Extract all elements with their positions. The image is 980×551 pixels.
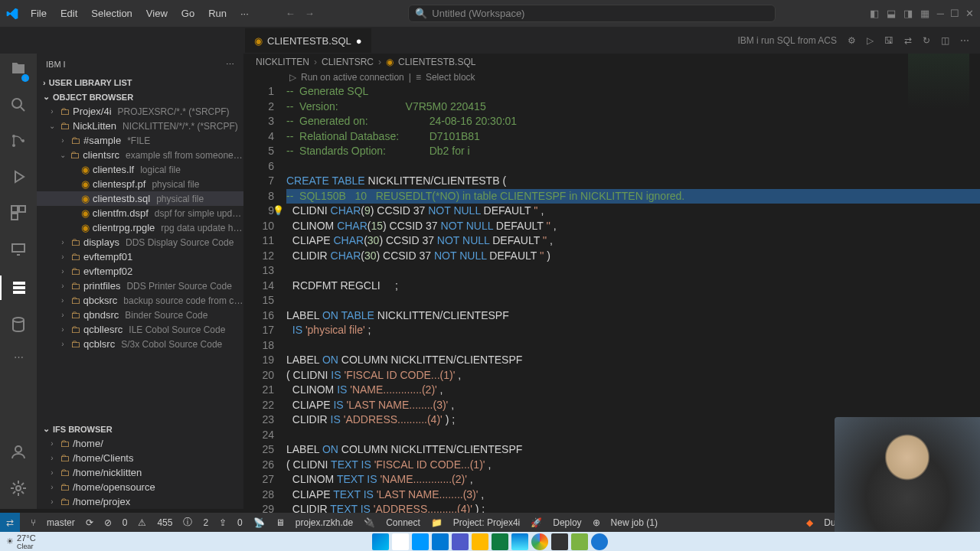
tree-item[interactable]: ›🗀printfilesDDS Printer Source Code [37,279,243,293]
more-icon[interactable]: ⋯ [960,35,969,46]
code-content[interactable]: -- Generated on: 24-08-16 20:30:01 [286,114,980,129]
newjob-label[interactable]: New job (1) [611,517,658,528]
code-line[interactable]: 4-- Relational Database: D7101B81 [243,129,980,145]
layout-sidebar-left-icon[interactable]: ◧ [870,8,879,19]
code-line[interactable]: 17 IS 'physical file' ; [243,323,980,338]
code-line[interactable]: 13 [243,263,980,279]
tree-item[interactable]: ›🗀qcbllesrcILE Cobol Source Code [37,322,243,337]
remote-icon[interactable] [9,240,28,260]
code-line[interactable]: 15 [243,293,980,308]
refresh-icon[interactable]: ↻ [923,35,930,46]
code-content[interactable] [286,293,980,308]
code-line[interactable]: 11 CLIAPE CHAR(30) CCSID 37 NOT NULL DEF… [243,233,980,249]
branch-name[interactable]: master [47,517,75,528]
menu-item[interactable]: Selection [85,5,138,22]
search-activity-icon[interactable] [9,96,28,116]
tab-clientestb[interactable]: ◉ CLIENTESTB.SQL ● [245,28,371,53]
tree-item[interactable]: ›🗀/home/ [37,436,243,451]
minimize-icon[interactable]: ─ [937,8,944,19]
extensions-icon[interactable] [9,204,28,224]
code-line[interactable]: 10 CLINOM CHAR(15) CCSID 37 NOT NULL DEF… [243,219,980,234]
tree-item[interactable]: ◉clientespf.pfphysical file [37,177,243,191]
menu-item[interactable]: ··· [234,5,255,22]
section-ifs-browser[interactable]: ⌄ IFS BROWSER [37,422,243,436]
menu-item[interactable]: View [140,5,174,22]
code-line[interactable]: 16LABEL ON TABLE NICKLITTEN/CLIENTESPF [243,308,980,324]
tree-item[interactable]: ›🗀displaysDDS Display Source Code [37,235,243,249]
code-content[interactable]: CLINOM CHAR(15) CCSID 37 NOT NULL DEFAUL… [286,219,980,234]
tree-item[interactable]: ›🗀/home/projex [37,494,243,509]
debug-icon[interactable] [9,168,28,188]
code-content[interactable]: LABEL ON TABLE NICKLITTEN/CLIENTESPF [286,308,980,324]
code-line[interactable]: 19LABEL ON COLUMN NICKLITTEN/CLIENTESPF [243,353,980,368]
excel-icon[interactable] [492,533,508,550]
section-object-browser[interactable]: ⌄ OBJECT BROWSER [37,90,243,104]
code-line[interactable]: 18 [243,338,980,354]
command-center[interactable]: 🔍 Untitled (Workspace) [408,5,776,22]
tree-item[interactable]: ›🗀/home/opensource [37,480,243,494]
project-label[interactable]: Project: Projex4i [453,517,520,528]
app-icon-2[interactable] [591,533,608,550]
lightbulb-icon[interactable]: 💡 [273,204,284,219]
tree-item[interactable]: ›🗀/home/Clients [37,451,243,465]
tree-item[interactable]: ›🗀qbcksrcbackup source code from cle... [37,293,243,308]
menu-item[interactable]: Run [202,5,233,22]
code-line[interactable]: 22 CLIAPE IS 'LAST NAME........(3)' , [243,398,980,413]
code-content[interactable]: -- SQL150B 10 REUSEDLT(*NO) in table CLI… [286,189,980,204]
code-content[interactable]: CLIDIR CHAR(30) CCSID 37 NOT NULL DEFAUL… [286,249,980,264]
code-line[interactable]: 14 RCDFMT REGCLI ; [243,279,980,294]
settings-gear-icon[interactable] [9,479,28,500]
minimap[interactable] [908,54,969,145]
explorer-taskbar-icon[interactable] [472,533,488,550]
tree-item[interactable]: ◉clientestb.sqlphysical file [37,191,243,206]
terminal-icon[interactable] [551,533,568,550]
deploy-label[interactable]: Deploy [553,517,581,528]
app-icon[interactable] [571,533,588,550]
ibmi-activity-icon[interactable] [0,276,37,300]
code-content[interactable]: -- Version: V7R5M0 220415 [286,99,980,115]
edge-icon[interactable] [511,533,528,550]
code-content[interactable]: RCDFMT REGCLI ; [286,279,980,294]
code-content[interactable]: CLIAPE CHAR(30) CCSID 37 NOT NULL DEFAUL… [286,233,980,249]
code-content[interactable]: CLIAPE IS 'LAST NAME........(3)' , [286,398,980,413]
account-icon[interactable] [9,443,28,464]
section-user-library[interactable]: › USER LIBRARY LIST [37,76,243,90]
port-count[interactable]: 0 [237,517,243,528]
outlook-icon[interactable] [432,533,449,550]
warning-count[interactable]: 455 [157,517,172,528]
layout-sidebar-right-icon[interactable]: ◨ [903,8,913,19]
layout-customize-icon[interactable]: ▦ [920,8,929,19]
code-content[interactable]: CLINOM IS 'NAME.............(2)' , [286,383,980,398]
code-line[interactable]: 7CREATE TABLE NICKLITTEN/CLIENTESTB ( [243,174,980,189]
maximize-icon[interactable]: ☐ [950,8,959,19]
code-content[interactable]: IS 'physical file' ; [286,323,980,338]
code-line[interactable]: 5-- Standards Option: Db2 for i [243,144,980,159]
sidebar-more-icon[interactable]: ⋯ [226,60,234,70]
code-line[interactable]: 12 CLIDIR CHAR(30) CCSID 37 NOT NULL DEF… [243,249,980,264]
remote-host[interactable]: projex.rzkh.de [296,517,353,528]
tree-item[interactable]: ›🗀qbndsrcBinder Source Code [37,308,243,322]
code-content[interactable]: -- Generate SQL [286,84,980,99]
tree-item[interactable]: ›🗀Projex/4iPROJEXSRC/*.* (*SRCPF) [37,104,243,119]
play-icon[interactable]: ▷ [867,35,874,46]
menu-item[interactable]: File [24,5,53,22]
code-content[interactable]: -- Relational Database: D7101B81 [286,129,980,145]
start-icon[interactable] [372,533,389,550]
code-line[interactable]: 6 [243,159,980,174]
breadcrumb-item[interactable]: CLIENTSRC [322,57,374,67]
tree-item[interactable]: ›🗀/home/nicklitten [37,465,243,480]
tree-item[interactable]: ⌄🗀NickLittenNICKLITTEN/*/*.* (*SRCPF) [37,119,243,133]
teams-icon[interactable] [452,533,469,550]
sync-icon[interactable]: ⟳ [86,517,93,528]
close-icon[interactable]: ✕ [965,8,974,19]
save-icon[interactable]: 🖫 [884,35,893,46]
code-line[interactable]: 20( CLIDNI IS 'FISCAL ID CODE...(1)' , [243,368,980,383]
overflow-icon[interactable]: ⋯ [14,351,24,363]
tree-item[interactable]: ›🗀evftempf02 [37,264,243,279]
info-count[interactable]: 2 [203,517,208,528]
explorer-icon[interactable]: 1 [9,60,28,80]
code-content[interactable]: -- Standards Option: Db2 for i [286,144,980,159]
layout-panel-icon[interactable]: ⬓ [887,8,896,19]
tree-item[interactable]: ◉clientrpg.rpglerpg data update ha... [37,220,243,235]
tree-item[interactable]: ›🗀qcblsrcS/3x Cobol Source Code [37,337,243,351]
